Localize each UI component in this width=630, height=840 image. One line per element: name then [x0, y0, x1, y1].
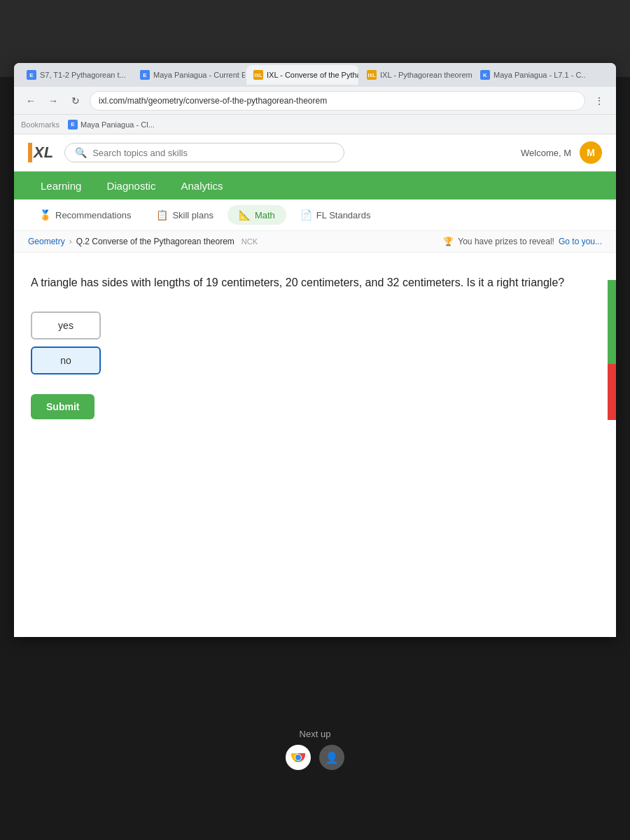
address-bar: ← → ↻ ixl.com/math/geometry/converse-of-… — [14, 87, 616, 115]
tab-maya[interactable]: E Maya Paniagua - Current Event × — [133, 65, 245, 85]
breadcrumb-separator: › — [69, 237, 72, 246]
subnav-math[interactable]: 📐 Math — [227, 205, 286, 225]
side-progress — [608, 280, 616, 420]
tab-favicon-maya: E — [140, 70, 150, 80]
nav-item-analytics[interactable]: Analytics — [168, 172, 235, 200]
extensions-button[interactable]: ⋮ — [591, 92, 608, 109]
tab-favicon-ixl-pyth: IXL — [367, 70, 377, 80]
ixl-logo: XL — [28, 143, 53, 162]
nav-item-learning-label: Learning — [41, 180, 81, 192]
tab-label-ixl-converse: IXL - Converse of the Pythago... — [267, 71, 358, 79]
math-icon: 📐 — [239, 209, 251, 220]
answer-options: yes no — [31, 312, 599, 374]
tab-label-s7: S7, T1-2 Pythagorean t... — [40, 71, 126, 79]
tab-favicon-s7: E — [27, 70, 36, 80]
taskbar-user-icon[interactable]: 👤 — [319, 745, 344, 770]
progress-red — [608, 364, 616, 420]
prizes-link[interactable]: Go to you... — [559, 237, 602, 246]
submit-button[interactable]: Submit — [31, 394, 94, 419]
browser-window: E S7, T1-2 Pythagorean t... × E Maya Pan… — [14, 63, 616, 637]
breadcrumb-current: Q.2 Converse of the Pythagorean theorem — [76, 237, 234, 246]
address-input[interactable]: ixl.com/math/geometry/converse-of-the-py… — [90, 91, 585, 111]
tab-label-maya-l7: Maya Paniagua - L7.1 - C... — [493, 71, 585, 79]
subnav-math-label: Math — [255, 210, 275, 220]
answer-no-label: no — [60, 355, 71, 366]
tab-bar: E S7, T1-2 Pythagorean t... × E Maya Pan… — [14, 63, 616, 87]
tab-favicon-ixl-converse: IXL — [253, 70, 263, 80]
address-text: ixl.com/math/geometry/converse-of-the-py… — [99, 96, 327, 106]
subnav-fl-standards[interactable]: 📄 FL Standards — [289, 205, 382, 225]
question-text: A triangle has sides with lengths of 19 … — [31, 274, 599, 292]
page-content: XL 🔍 Welcome, M M Learning Diagnostic An… — [14, 134, 616, 637]
subnav-recommendations-label: Recommendations — [55, 210, 131, 220]
question-area: A triangle has sides with lengths of 19 … — [14, 253, 616, 440]
tab-s7[interactable]: E S7, T1-2 Pythagorean t... × — [20, 65, 132, 85]
svg-point-2 — [295, 755, 301, 760]
nav-item-learning[interactable]: Learning — [28, 172, 94, 200]
answer-yes-label: yes — [58, 320, 74, 331]
breadcrumb-parent[interactable]: Geometry — [28, 237, 65, 246]
bookmarks-bar: Bookmarks E Maya Paniagua - Cl... — [14, 115, 616, 134]
skill-plans-icon: 📋 — [156, 209, 168, 220]
reload-button[interactable]: ↻ — [67, 92, 84, 109]
sub-nav: 🏅 Recommendations 📋 Skill plans 📐 Math 📄… — [14, 200, 616, 231]
search-icon: 🔍 — [75, 147, 87, 158]
header-right: Welcome, M M — [521, 141, 602, 164]
answer-no[interactable]: no — [31, 346, 101, 374]
ixl-header: XL 🔍 Welcome, M M — [14, 134, 616, 172]
subnav-skill-plans[interactable]: 📋 Skill plans — [145, 205, 225, 225]
main-nav: Learning Diagnostic Analytics — [14, 172, 616, 200]
progress-green — [608, 280, 616, 364]
nav-item-analytics-label: Analytics — [181, 180, 223, 192]
subnav-fl-standards-label: FL Standards — [316, 210, 371, 220]
forward-button[interactable]: → — [45, 92, 62, 109]
prizes-banner: 🏆 You have prizes to reveal! Go to you..… — [443, 237, 602, 246]
fl-standards-icon: 📄 — [300, 209, 312, 220]
tab-maya-l7[interactable]: K Maya Paniagua - L7.1 - C... × — [473, 65, 585, 85]
search-input[interactable] — [92, 148, 334, 158]
breadcrumb-code: NCK — [241, 237, 258, 246]
breadcrumb-bar: Geometry › Q.2 Converse of the Pythagore… — [14, 231, 616, 253]
subnav-recommendations[interactable]: 🏅 Recommendations — [28, 205, 142, 225]
nav-item-diagnostic-label: Diagnostic — [106, 180, 155, 192]
bookmark-favicon-maya: E — [68, 120, 78, 130]
subnav-skill-plans-label: Skill plans — [172, 210, 214, 220]
recommendations-icon: 🏅 — [39, 209, 51, 220]
trophy-icon: 🏆 — [443, 237, 454, 246]
back-button[interactable]: ← — [22, 92, 39, 109]
bookmarks-label: Bookmarks — [21, 120, 59, 129]
avatar[interactable]: M — [580, 141, 602, 164]
prizes-text-label: You have prizes to reveal! — [458, 237, 554, 246]
tab-ixl-pythagorean[interactable]: IXL IXL - Pythagorean theorem (Ge... × — [360, 65, 472, 85]
submit-label: Submit — [46, 401, 79, 412]
answer-yes[interactable]: yes — [31, 312, 101, 340]
welcome-text: Welcome, M — [521, 148, 571, 158]
tab-label-ixl-pyth: IXL - Pythagorean theorem (Ge... — [380, 71, 472, 79]
next-up-label: Next up — [286, 729, 344, 739]
chrome-icon[interactable] — [286, 745, 311, 770]
next-up-section: Next up 👤 — [286, 729, 344, 770]
tab-favicon-maya-l7: K — [480, 70, 490, 80]
bookmark-maya[interactable]: E Maya Paniagua - Cl... — [68, 120, 155, 130]
nav-item-diagnostic[interactable]: Diagnostic — [94, 172, 168, 200]
breadcrumb: Geometry › Q.2 Converse of the Pythagore… — [28, 237, 258, 246]
tab-ixl-converse[interactable]: IXL IXL - Converse of the Pythago... × — [246, 65, 358, 85]
search-bar[interactable]: 🔍 — [64, 143, 344, 162]
bookmark-label-maya: Maya Paniagua - Cl... — [80, 120, 155, 129]
ixl-logo-bar — [28, 143, 32, 162]
ixl-logo-text: XL — [34, 144, 53, 162]
tab-label-maya: Maya Paniagua - Current Event — [153, 71, 245, 79]
